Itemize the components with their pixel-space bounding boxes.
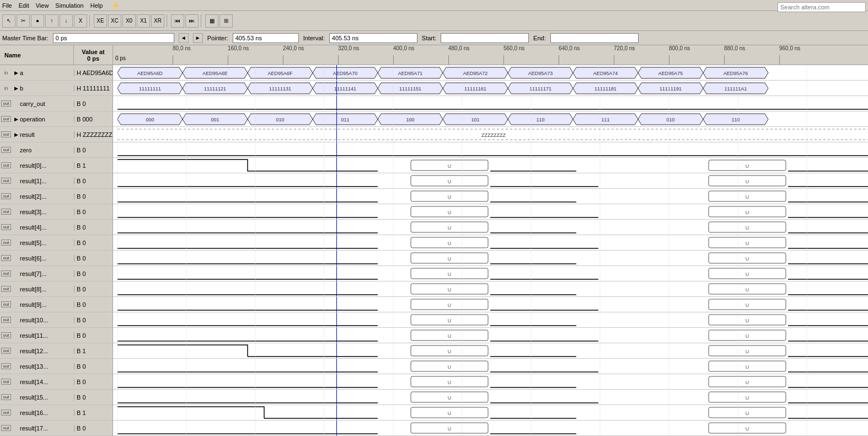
svg-text:U: U (448, 210, 452, 215)
wave-svg: U U (113, 158, 868, 173)
svg-text:U: U (746, 256, 749, 262)
signal-expand-icon[interactable]: ▶ (12, 116, 20, 122)
signal-name-label: a (20, 70, 74, 76)
time-tick-label: 400,0 ns (393, 45, 414, 51)
signal-type-icon: out (0, 193, 12, 199)
toolbar-btn-10[interactable]: X1 (137, 14, 150, 28)
wave-row: U U (113, 390, 868, 405)
menu-edit[interactable]: Edit (19, 2, 29, 9)
toolbar-btn-6[interactable]: X (74, 14, 87, 28)
wave-row: U U (113, 405, 868, 421)
toolbar-btn-2[interactable]: ✂ (17, 14, 30, 28)
signal-type-icon: out (0, 162, 12, 168)
signal-type-icon: out (0, 332, 12, 338)
toolbar-btn-13[interactable]: ⏭ (185, 14, 199, 28)
signal-row: outresult[17...B 0 (0, 421, 112, 436)
signal-name-label: result[7]... (20, 270, 74, 277)
master-time-input[interactable] (53, 33, 174, 43)
signal-name-label: result[6]... (20, 255, 74, 262)
wave-svg: 1111111111111121111111311111114111111151… (113, 81, 868, 95)
signal-row: out▶operationB 000 (0, 111, 112, 127)
svg-text:AED95A72: AED95A72 (463, 71, 488, 76)
toolbar-btn-5[interactable]: ↓ (60, 14, 73, 28)
svg-text:11111131: 11111131 (269, 86, 291, 92)
wave-svg: U U (113, 173, 868, 188)
time-0-label: 0 ps (115, 55, 126, 61)
signal-name-label: result[15... (20, 394, 74, 401)
wave-svg: U U (113, 343, 868, 358)
cursor-line (336, 220, 337, 235)
search-input[interactable] (778, 2, 866, 12)
svg-text:U: U (746, 272, 749, 277)
pointer-input[interactable] (233, 33, 299, 43)
cursor-line (336, 111, 337, 126)
svg-text:U: U (448, 426, 452, 432)
menu-file[interactable]: File (2, 2, 12, 9)
right-panel[interactable]: 0 ps 80,0 ns160,0 ns240,0 ns320,0 ns400,… (113, 45, 868, 436)
wave-svg: U U (113, 374, 868, 389)
cursor-line (336, 281, 337, 296)
start-input[interactable] (441, 33, 529, 43)
wave-row: U U (113, 204, 868, 220)
svg-text:111111A1: 111111A1 (724, 86, 747, 92)
svg-text:AED95A76: AED95A76 (724, 71, 748, 76)
signal-expand-icon[interactable]: ▶ (12, 86, 20, 91)
signal-name-label: result[12... (20, 348, 74, 354)
signal-value-label: H ZZZZZZZZ (74, 131, 112, 138)
interval-input[interactable] (329, 33, 417, 43)
wave-svg: U U (113, 281, 868, 296)
svg-text:110: 110 (536, 117, 544, 123)
signal-type-icon: out (0, 240, 12, 246)
signal-type-icon: out (0, 147, 12, 153)
svg-text:AED95A74: AED95A74 (593, 71, 618, 76)
toolbar-btn-9[interactable]: X0 (122, 14, 136, 28)
left-header: Name Value at0 ps (0, 45, 112, 65)
time-tick-line (228, 55, 228, 65)
svg-text:U: U (448, 395, 452, 401)
signal-value-label: B 0 (74, 425, 112, 432)
toolbar-btn-3[interactable]: ● (31, 14, 44, 28)
signal-type-icon: out (0, 301, 12, 307)
toolbar-sep-1 (89, 14, 92, 28)
svg-text:11111171: 11111171 (529, 86, 551, 92)
time-nav-next[interactable]: ► (193, 33, 203, 43)
wave-svg: 000001010011100101110111010110 (113, 111, 868, 126)
svg-text:U: U (746, 349, 749, 354)
toolbar-btn-11[interactable]: XR (151, 14, 164, 28)
svg-text:AED95A73: AED95A73 (528, 71, 553, 76)
toolbar-btn-1[interactable]: ↖ (2, 14, 15, 28)
toolbar-btn-7[interactable]: XE (94, 14, 107, 28)
signal-value-label: B 1 (74, 410, 112, 416)
menu-simulation[interactable]: Simulation (55, 2, 83, 9)
toolbar-btn-12[interactable]: ⏮ (171, 14, 184, 28)
svg-text:100: 100 (406, 117, 414, 123)
wave-row: U U (113, 189, 868, 204)
wave-row: U U (113, 158, 868, 173)
signal-row: outresult[3]...B 0 (0, 204, 112, 220)
signal-value-label: B 0 (74, 363, 112, 370)
signal-value-label: B 0 (74, 100, 112, 107)
signal-name-label: result[10... (20, 317, 74, 323)
toolbar-btn-4[interactable]: ↑ (45, 14, 58, 28)
cursor-line (336, 297, 337, 312)
svg-text:U: U (448, 411, 452, 416)
toolbar-btn-14[interactable]: ▦ (205, 14, 218, 28)
toolbar-btn-15[interactable]: ⊞ (219, 14, 233, 28)
signal-type-icon: in (0, 86, 12, 91)
signal-expand-icon[interactable]: ▶ (12, 132, 20, 137)
cursor-line (336, 405, 337, 420)
menu-help[interactable]: Help (90, 2, 103, 9)
search-bar (778, 2, 866, 12)
toolbar-btn-8[interactable]: XC (108, 14, 121, 28)
signal-expand-icon[interactable]: ▶ (12, 70, 20, 76)
svg-text:U: U (746, 210, 749, 215)
menu-view[interactable]: View (36, 2, 49, 9)
time-nav-prev[interactable]: ◄ (179, 33, 189, 43)
end-input[interactable] (550, 33, 639, 43)
svg-text:U: U (448, 163, 452, 169)
svg-text:11111111: 11111111 (139, 86, 161, 92)
signal-name-label: result[9]... (20, 301, 74, 308)
wave-row: U U (113, 281, 868, 297)
svg-text:010: 010 (666, 117, 674, 123)
svg-text:U: U (448, 318, 452, 323)
